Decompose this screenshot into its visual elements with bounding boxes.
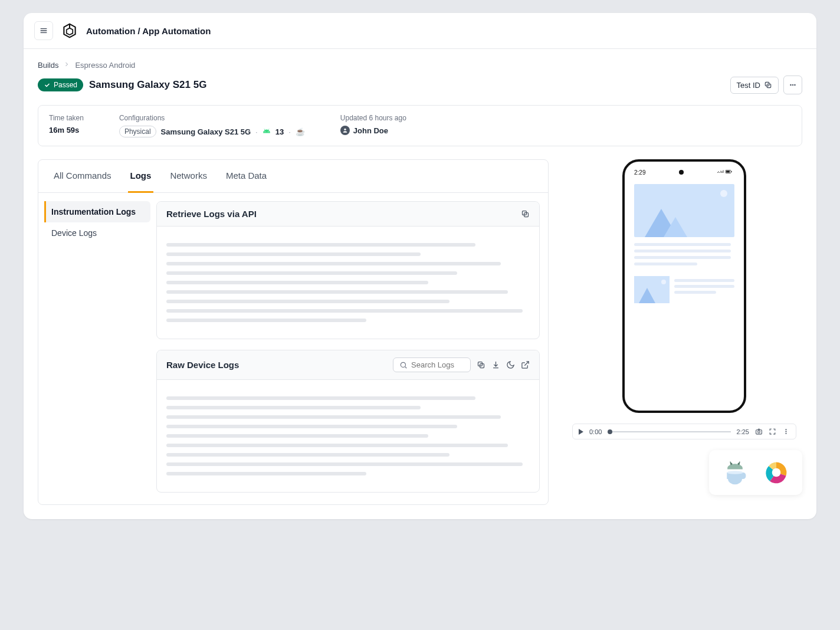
config-os-version: 13 bbox=[275, 127, 284, 136]
svg-point-11 bbox=[401, 362, 405, 367]
tabs-row: All Commands Logs Networks Meta Data bbox=[38, 160, 548, 193]
panel-api-title: Retrieve Logs via API bbox=[166, 209, 257, 219]
play-button[interactable] bbox=[579, 429, 583, 435]
menu-button[interactable] bbox=[34, 21, 53, 40]
tab-logs[interactable]: Logs bbox=[128, 160, 154, 193]
test-id-button[interactable]: Test ID bbox=[730, 77, 779, 94]
side-item-instrumentation[interactable]: Instrumentation Logs bbox=[44, 201, 150, 222]
status-badge: Passed bbox=[38, 78, 83, 91]
svg-point-28 bbox=[772, 468, 781, 477]
breadcrumb-root[interactable]: Builds bbox=[38, 61, 58, 70]
svg-point-19 bbox=[758, 431, 760, 433]
phone-time: 2:29 bbox=[634, 169, 645, 176]
info-bar: Time taken 16m 59s Configurations Physic… bbox=[38, 105, 802, 146]
video-player: 0:00 2:25 bbox=[572, 424, 796, 439]
copy-icon[interactable] bbox=[521, 209, 530, 218]
player-total-time: 2:25 bbox=[737, 428, 749, 435]
configurations-label: Configurations bbox=[119, 114, 305, 122]
time-taken-value: 16m 59s bbox=[49, 126, 84, 134]
avatar-icon bbox=[340, 126, 350, 135]
more-button[interactable] bbox=[783, 76, 802, 94]
espresso-cup-icon: ☕ bbox=[296, 127, 305, 136]
phone-camera-dot bbox=[679, 170, 684, 175]
svg-rect-16 bbox=[726, 171, 730, 173]
phone-status-icons bbox=[717, 169, 734, 176]
logs-side-list: Instrumentation Logs Device Logs bbox=[38, 193, 156, 504]
side-item-device-logs[interactable]: Device Logs bbox=[44, 222, 150, 244]
panel-raw-device-logs: Raw Device Logs bbox=[156, 350, 540, 493]
espresso-logo-icon bbox=[722, 460, 748, 485]
config-chip: Physical bbox=[119, 126, 156, 137]
camera-icon[interactable] bbox=[755, 428, 763, 435]
svg-point-8 bbox=[344, 129, 346, 130]
fullscreen-icon[interactable] bbox=[769, 428, 776, 435]
phone-status-bar: 2:29 bbox=[632, 168, 737, 181]
more-vertical-icon[interactable] bbox=[782, 428, 790, 435]
svg-point-5 bbox=[790, 84, 792, 86]
breadcrumb-current: Espresso Android bbox=[75, 61, 135, 70]
app-shell: Automation / App Automation Builds Espre… bbox=[24, 13, 816, 519]
tab-meta-data[interactable]: Meta Data bbox=[224, 160, 269, 193]
panel-raw-body bbox=[157, 380, 539, 492]
panel-api-body bbox=[157, 227, 539, 339]
search-icon bbox=[399, 361, 408, 369]
logs-card: All Commands Logs Networks Meta Data Ins… bbox=[38, 159, 549, 505]
framework-logos-card bbox=[709, 450, 802, 495]
status-label: Passed bbox=[54, 81, 77, 89]
title-row: Passed Samsung Galaxy S21 5G Test ID bbox=[38, 76, 802, 94]
svg-rect-17 bbox=[731, 171, 732, 172]
breadcrumb: Builds Espresso Android bbox=[38, 61, 802, 70]
app-header: Automation / App Automation bbox=[24, 13, 816, 49]
panel-retrieve-api: Retrieve Logs via API bbox=[156, 201, 540, 339]
svg-point-20 bbox=[786, 429, 787, 430]
external-link-icon[interactable] bbox=[521, 360, 530, 369]
player-current-time: 0:00 bbox=[589, 428, 602, 435]
configurations-value: Physical Samsung Galaxy S21 5G · 13 · ☕ bbox=[119, 126, 305, 137]
svg-line-12 bbox=[405, 366, 407, 368]
svg-point-7 bbox=[795, 84, 796, 86]
search-logs-input[interactable] bbox=[411, 360, 464, 369]
tab-all-commands[interactable]: All Commands bbox=[51, 160, 114, 193]
header-title: Automation / App Automation bbox=[86, 26, 211, 36]
config-device: Samsung Galaxy S21 5G bbox=[161, 127, 251, 136]
more-horizontal-icon bbox=[789, 81, 797, 89]
android-icon bbox=[262, 127, 271, 137]
svg-point-6 bbox=[792, 84, 793, 86]
download-icon[interactable] bbox=[491, 360, 500, 369]
updated-user: John Doe bbox=[353, 126, 388, 135]
svg-point-27 bbox=[727, 471, 743, 474]
test-id-label: Test ID bbox=[737, 81, 760, 90]
panel-raw-title: Raw Device Logs bbox=[166, 360, 239, 370]
tab-networks[interactable]: Networks bbox=[168, 160, 209, 193]
page-title: Samsung Galaxy S21 5G bbox=[89, 79, 206, 91]
moon-icon[interactable] bbox=[506, 360, 515, 369]
phone-thumb-image bbox=[634, 276, 670, 303]
search-logs-box[interactable] bbox=[393, 357, 471, 372]
updated-label: Updated 6 hours ago bbox=[340, 114, 406, 122]
copy-icon bbox=[764, 81, 772, 89]
turbo-logo-icon bbox=[763, 460, 789, 485]
svg-point-21 bbox=[786, 431, 787, 432]
main-grid: All Commands Logs Networks Meta Data Ins… bbox=[38, 159, 802, 505]
brand-logo-icon bbox=[61, 22, 78, 39]
player-track[interactable] bbox=[608, 431, 730, 432]
svg-point-22 bbox=[786, 433, 787, 434]
device-preview-column: 2:29 bbox=[566, 159, 802, 495]
time-taken-label: Time taken bbox=[49, 114, 84, 122]
chevron-right-icon bbox=[63, 61, 70, 70]
device-frame: 2:29 bbox=[622, 159, 746, 413]
check-icon bbox=[44, 81, 51, 88]
phone-hero-image bbox=[634, 184, 734, 237]
copy-icon[interactable] bbox=[477, 360, 485, 369]
